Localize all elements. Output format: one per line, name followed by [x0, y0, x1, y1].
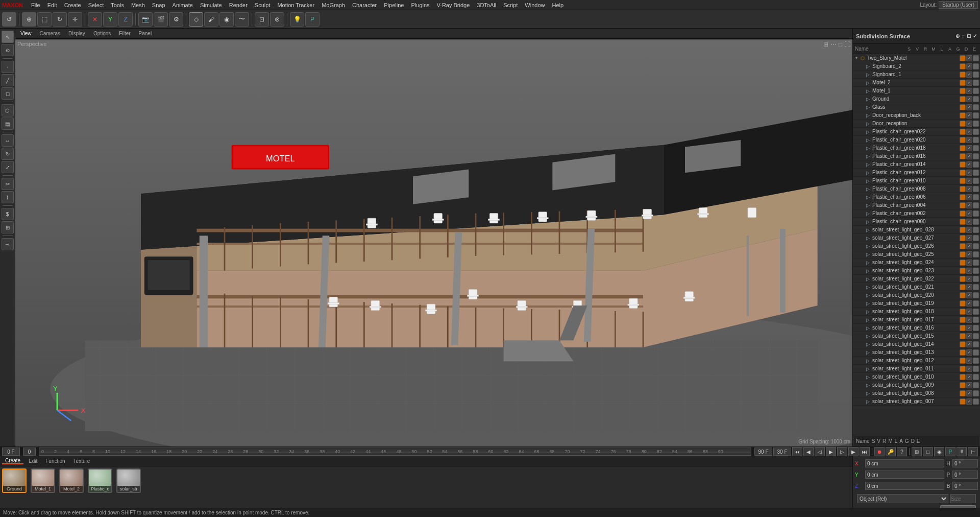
menu-create[interactable]: Create	[61, 0, 84, 10]
obj-dot-grid[interactable]	[973, 300, 979, 307]
render-region-button[interactable]: 📷	[138, 12, 153, 27]
next-frame-button[interactable]: ▶	[848, 447, 859, 456]
obj-dot-orange[interactable]	[960, 317, 966, 323]
object-list-item[interactable]: ▷ solar_street_light_geo_019 ✓	[853, 299, 980, 308]
material-thumbnail[interactable]: Ground	[2, 468, 27, 493]
menu-motiontracker[interactable]: Motion Tracker	[274, 0, 317, 10]
object-list-item[interactable]: ▷ solar_street_light_geo_024 ✓	[853, 258, 980, 267]
frame-label-input[interactable]	[23, 448, 36, 456]
obj-dot-check[interactable]: ✓	[966, 276, 972, 282]
obj-dot-grid[interactable]	[973, 186, 979, 192]
tl-icon-expand[interactable]: ⊢	[968, 447, 978, 456]
tl-icon-p[interactable]: P	[945, 447, 955, 456]
obj-dot-check[interactable]: ✓	[966, 366, 972, 372]
obj-dot-grid[interactable]	[973, 161, 979, 168]
menu-plugins[interactable]: Plugins	[408, 0, 432, 10]
lt-face-mode-button[interactable]: ◻	[2, 87, 14, 100]
obj-dot-orange[interactable]	[960, 300, 966, 307]
obj-dot-grid[interactable]	[973, 63, 979, 69]
tl-icon-2[interactable]: □	[923, 447, 933, 456]
obj-dot-orange[interactable]	[960, 104, 966, 110]
vp-icon-fullscreen[interactable]: ⛶	[844, 41, 850, 48]
undo-button[interactable]: ↺	[2, 12, 16, 27]
coord-b-input[interactable]	[952, 482, 978, 490]
goto-start-button[interactable]: ⏮	[792, 447, 802, 456]
object-list-item[interactable]: ▷ solar_street_light_geo_018 ✓	[853, 308, 980, 316]
object-list-item[interactable]: ▷ solar_street_light_geo_015 ✓	[853, 332, 980, 340]
object-list-item[interactable]: ▷ solar_street_light_geo_016 ✓	[853, 324, 980, 332]
object-list-item[interactable]: ▷ Plastic_chair_green016 ✓	[853, 152, 980, 160]
obj-dot-check[interactable]: ✓	[966, 341, 972, 347]
obj-dot-orange[interactable]	[960, 251, 966, 257]
material-thumbnail[interactable]: Motel_2	[59, 468, 84, 493]
obj-dot-orange[interactable]	[960, 284, 966, 290]
object-list-item[interactable]: ▷ solar_street_light_geo_017 ✓	[853, 316, 980, 324]
rb-tab-d[interactable]: D	[911, 438, 915, 444]
object-button[interactable]: ◇	[189, 12, 203, 27]
obj-dot-orange[interactable]	[960, 194, 966, 200]
obj-dot-orange[interactable]	[960, 358, 966, 364]
mat-tab-texture[interactable]: Texture	[70, 458, 93, 464]
obj-dot-check[interactable]: ✓	[966, 104, 972, 110]
object-list-item[interactable]: ▷ Plastic_chair_green004 ✓	[853, 201, 980, 209]
x-axis-button[interactable]: ✕	[88, 12, 102, 27]
object-list-item[interactable]: ▷ solar_street_light_geo_012 ✓	[853, 357, 980, 365]
rb-tab-e[interactable]: E	[917, 438, 920, 444]
viewport[interactable]: Perspective ⊞ ⋯ □ ⛶	[15, 39, 852, 447]
obj-dot-grid[interactable]	[973, 88, 979, 94]
obj-dot-orange[interactable]	[960, 161, 966, 168]
obj-dot-check[interactable]: ✓	[966, 145, 972, 151]
right-panel-icon-1[interactable]: ⊕	[955, 33, 960, 39]
obj-dot-grid[interactable]	[973, 374, 979, 380]
rb-tab-l[interactable]: L	[895, 438, 898, 444]
obj-dot-grid[interactable]	[973, 276, 979, 282]
tl-icon-1[interactable]: ⊞	[912, 447, 922, 456]
object-list-item[interactable]: ▷ solar_street_light_geo_007 ✓	[853, 397, 980, 406]
object-list-item[interactable]: ▷ Door_reception_back ✓	[853, 111, 980, 120]
obj-dot-orange[interactable]	[960, 243, 966, 249]
obj-dot-grid[interactable]	[973, 325, 979, 331]
obj-dot-check[interactable]: ✓	[966, 178, 972, 184]
obj-dot-check[interactable]: ✓	[966, 121, 972, 127]
obj-dot-orange[interactable]	[960, 186, 966, 192]
obj-dot-orange[interactable]	[960, 276, 966, 282]
obj-dot-orange[interactable]	[960, 219, 966, 225]
material-button[interactable]: ◉	[219, 12, 234, 27]
obj-dot-grid[interactable]	[973, 178, 979, 184]
lt-bridge-button[interactable]: ⌇	[2, 191, 14, 203]
obj-dot-grid[interactable]	[973, 341, 979, 347]
object-list-item[interactable]: ▷ Plastic_chair_green002 ✓	[853, 209, 980, 218]
obj-dot-grid[interactable]	[973, 104, 979, 110]
lt-magnet-button[interactable]: $	[2, 208, 14, 220]
menu-render[interactable]: Render	[226, 0, 251, 10]
obj-dot-check[interactable]: ✓	[966, 72, 972, 78]
object-list-item[interactable]: ▷ solar_street_light_geo_028 ✓	[853, 226, 980, 234]
obj-dot-check[interactable]: ✓	[966, 194, 972, 200]
obj-dot-grid[interactable]	[973, 284, 979, 290]
menu-vraybridge[interactable]: V-Ray Bridge	[434, 0, 473, 10]
right-panel-icon-checkmark[interactable]: ✓	[973, 33, 977, 39]
vp-icon-3[interactable]: □	[839, 41, 842, 48]
paint-button[interactable]: 🖌	[204, 12, 218, 27]
obj-dot-grid[interactable]	[973, 121, 979, 127]
obj-dot-grid[interactable]	[973, 80, 979, 86]
vp-icon-1[interactable]: ⊞	[823, 41, 828, 48]
obj-dot-grid[interactable]	[973, 292, 979, 298]
obj-dot-orange[interactable]	[960, 366, 966, 372]
obj-dot-grid[interactable]	[973, 145, 979, 151]
obj-dot-grid[interactable]	[973, 227, 979, 233]
object-list-item[interactable]: ▷ Plastic_chair_green020 ✓	[853, 136, 980, 144]
obj-dot-orange[interactable]	[960, 260, 966, 266]
object-list-item[interactable]: ▷ Plastic_chair_green012 ✓	[853, 169, 980, 177]
obj-dot-orange[interactable]	[960, 55, 966, 61]
object-list-item[interactable]: ▷ Ground ✓	[853, 95, 980, 103]
render-button[interactable]: 🎬	[154, 12, 168, 27]
obj-dot-grid[interactable]	[973, 390, 979, 396]
play-button[interactable]: ▶	[826, 447, 836, 456]
rb-tab-r[interactable]: R	[883, 438, 886, 444]
object-list-item[interactable]: ▷ Door_reception ✓	[853, 120, 980, 128]
obj-dot-check[interactable]: ✓	[966, 63, 972, 69]
object-list-item[interactable]: ▷ Plastic_chair_green008 ✓	[853, 185, 980, 193]
obj-dot-grid[interactable]	[973, 72, 979, 78]
material-thumbnail[interactable]: Motel_1	[31, 468, 55, 493]
